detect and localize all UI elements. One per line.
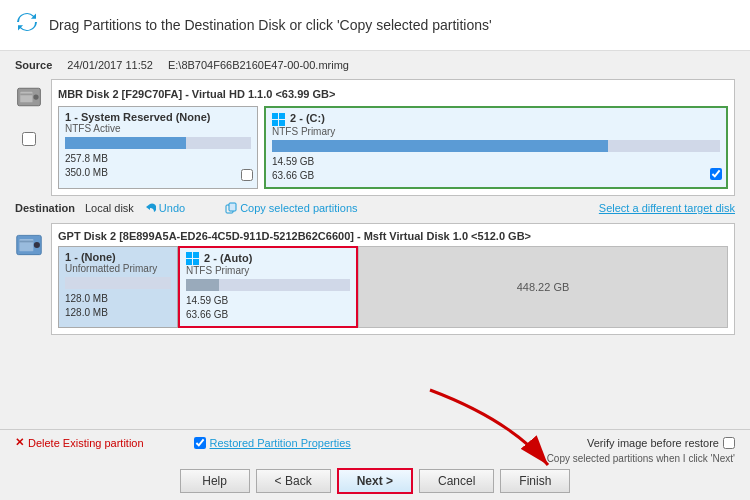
source-section: MBR Disk 2 [F29C70FA] - Virtual HD 1.1.0… xyxy=(15,79,735,196)
dest-section: GPT Disk 2 [8E899A5A-ED26-4C5D-911D-5212… xyxy=(15,223,735,336)
source-info-row: Source 24/01/2017 11:52 E:\8B704F66B2160… xyxy=(15,59,735,71)
delete-x-icon: ✕ xyxy=(15,436,24,449)
dest-p1-bar xyxy=(65,277,171,289)
dest-unallocated: 448.22 GB xyxy=(358,246,728,329)
delete-partition-label: Delete Existing partition xyxy=(28,437,144,449)
svg-rect-3 xyxy=(20,94,32,96)
source-partition-2[interactable]: 2 - (C:) NTFS Primary 14.59 GB63.66 GB xyxy=(264,106,728,189)
source-label: Source xyxy=(15,59,52,71)
svg-rect-1 xyxy=(20,92,32,103)
windows-icon-src-p2 xyxy=(272,112,290,124)
dest-disk-title: GPT Disk 2 [8E899A5A-ED26-4C5D-911D-5212… xyxy=(58,230,728,242)
finish-button[interactable]: Finish xyxy=(500,469,570,493)
svg-rect-5 xyxy=(279,113,285,119)
dest-type: Local disk xyxy=(85,202,134,214)
restore-props-area: Restored Partition Properties xyxy=(194,437,351,449)
source-p1-bar xyxy=(65,137,251,149)
restore-props-checkbox[interactable] xyxy=(194,437,206,449)
svg-rect-7 xyxy=(279,120,285,126)
delete-partition-area: ✕ Delete Existing partition xyxy=(15,436,144,449)
source-p1-type: NTFS Active xyxy=(65,123,251,134)
svg-rect-15 xyxy=(193,252,199,258)
dest-partition-2[interactable]: 2 - (Auto) NTFS Primary 14.59 GB63.66 GB xyxy=(178,246,358,329)
source-p2-checkbox[interactable] xyxy=(710,168,722,180)
source-disk-wrapper: MBR Disk 2 [F29C70FA] - Virtual HD 1.1.0… xyxy=(51,79,735,196)
footer: ✕ Delete Existing partition Restored Par… xyxy=(0,429,750,500)
dest-p1-sizes: 128.0 MB128.0 MB xyxy=(65,292,171,320)
copy-selected-button[interactable]: Copy selected partitions xyxy=(225,202,357,214)
windows-icon-dest-p2 xyxy=(186,252,204,264)
source-p2-type: NTFS Primary xyxy=(272,126,720,137)
dest-p2-sizes: 14.59 GB63.66 GB xyxy=(186,294,350,322)
source-p2-check-area xyxy=(710,168,722,183)
source-p1-checkbox[interactable] xyxy=(241,169,253,181)
source-p1-sizes: 257.8 MB350.0 MB xyxy=(65,152,251,180)
dest-p2-fill xyxy=(186,279,219,291)
svg-rect-14 xyxy=(186,252,192,258)
select-target-link[interactable]: Select a different target disk xyxy=(599,202,735,214)
source-date: 24/01/2017 11:52 xyxy=(67,59,153,71)
source-icon-col xyxy=(15,79,43,146)
next-button[interactable]: Next > xyxy=(337,468,413,494)
source-disk-content: MBR Disk 2 [F29C70FA] - Virtual HD 1.1.0… xyxy=(58,86,728,189)
help-button[interactable]: Help xyxy=(180,469,250,493)
cancel-button[interactable]: Cancel xyxy=(419,469,494,493)
header: Drag Partitions to the Destination Disk … xyxy=(0,0,750,51)
footer-options-row: ✕ Delete Existing partition Restored Par… xyxy=(15,436,735,449)
dest-disk-content: GPT Disk 2 [8E899A5A-ED26-4C5D-911D-5212… xyxy=(58,230,728,329)
dest-p1-type: Unformatted Primary xyxy=(65,263,171,274)
dest-disk-panel: GPT Disk 2 [8E899A5A-ED26-4C5D-911D-5212… xyxy=(51,223,735,336)
svg-rect-4 xyxy=(272,113,278,119)
source-p2-bar xyxy=(272,140,720,152)
verify-area: Verify image before restore xyxy=(587,437,735,449)
back-button[interactable]: < Back xyxy=(256,469,331,493)
restore-props-label[interactable]: Restored Partition Properties xyxy=(210,437,351,449)
dest-p1-name: 1 - (None) xyxy=(65,251,171,263)
source-file: E:\8B704F66B2160E47-00-00.mrimg xyxy=(168,59,349,71)
source-p1-name: 1 - System Reserved (None) xyxy=(65,111,251,123)
copy-note: Copy selected partitions when I click 'N… xyxy=(15,453,735,464)
button-row: Help < Back Next > Cancel Finish xyxy=(15,468,735,494)
verify-label: Verify image before restore xyxy=(587,437,719,449)
dest-p2-name: 2 - (Auto) xyxy=(186,252,350,266)
dest-header-row: Destination Local disk Undo Copy selecte… xyxy=(15,202,735,214)
verify-checkbox[interactable] xyxy=(723,437,735,449)
svg-rect-9 xyxy=(229,203,236,211)
refresh-icon xyxy=(15,10,39,40)
svg-rect-6 xyxy=(272,120,278,126)
dest-icon-col xyxy=(15,223,43,265)
source-p2-sizes: 14.59 GB63.66 GB xyxy=(272,155,720,183)
source-disk-icon xyxy=(15,83,43,114)
dest-partition-1[interactable]: 1 - (None) Unformatted Primary 128.0 MB1… xyxy=(58,246,178,329)
source-disk-title: MBR Disk 2 [F29C70FA] - Virtual HD 1.1.0… xyxy=(58,86,728,102)
svg-point-2 xyxy=(33,94,38,99)
source-disk-panel: MBR Disk 2 [F29C70FA] - Virtual HD 1.1.0… xyxy=(51,79,735,196)
source-p2-name: 2 - (C:) xyxy=(272,112,720,126)
dest-partitions-row: 1 - (None) Unformatted Primary 128.0 MB1… xyxy=(58,246,728,329)
content-area: Source 24/01/2017 11:52 E:\8B704F66B2160… xyxy=(0,51,750,429)
source-partitions-row: 1 - System Reserved (None) NTFS Active 2… xyxy=(58,106,728,189)
source-p2-fill xyxy=(272,140,608,152)
undo-button[interactable]: Undo xyxy=(144,202,185,214)
source-p1-fill xyxy=(65,137,186,149)
dest-label: Destination xyxy=(15,202,75,214)
svg-rect-13 xyxy=(19,240,33,242)
source-checkbox[interactable] xyxy=(22,132,36,146)
dest-p2-type: NTFS Primary xyxy=(186,265,350,276)
source-p1-check-area xyxy=(241,169,253,184)
source-partition-1[interactable]: 1 - System Reserved (None) NTFS Active 2… xyxy=(58,106,258,189)
svg-point-12 xyxy=(34,242,40,248)
main-window: Drag Partitions to the Destination Disk … xyxy=(0,0,750,500)
header-title: Drag Partitions to the Destination Disk … xyxy=(49,17,492,33)
dest-p2-bar xyxy=(186,279,350,291)
dest-disk-wrapper: GPT Disk 2 [8E899A5A-ED26-4C5D-911D-5212… xyxy=(51,223,735,336)
dest-disk-icon xyxy=(15,227,43,265)
